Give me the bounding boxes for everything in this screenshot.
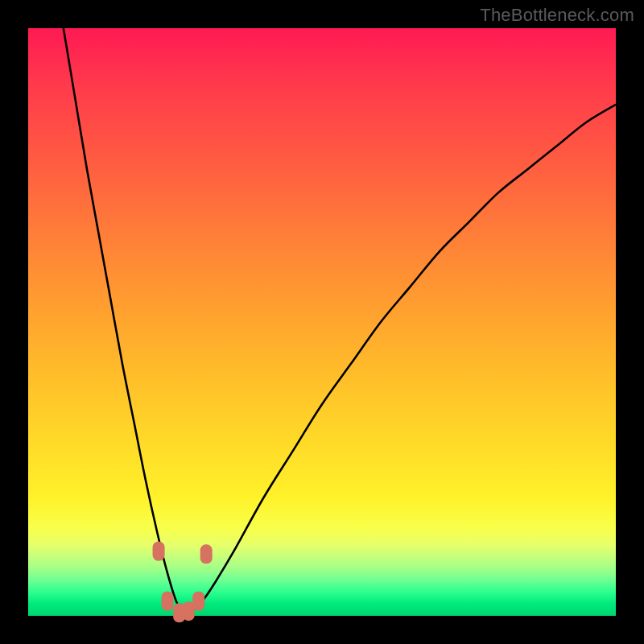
chart-frame: TheBottleneck.com [0, 0, 644, 644]
curve-marker-5 [200, 544, 213, 564]
curve-svg [28, 28, 616, 616]
curve-marker-4 [192, 592, 204, 611]
bottleneck-curve [64, 28, 616, 613]
attribution-text: TheBottleneck.com [480, 5, 634, 26]
curve-marker-0 [153, 542, 165, 561]
curve-marker-1 [162, 592, 174, 611]
marker-group [153, 542, 213, 623]
plot-area [28, 28, 616, 616]
